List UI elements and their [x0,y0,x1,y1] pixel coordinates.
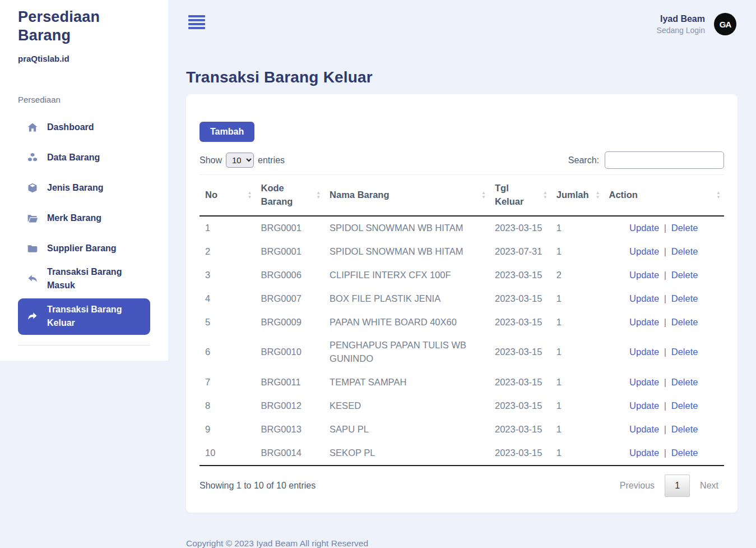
update-link[interactable]: Update [629,448,659,458]
cell-nama-barang: CLIPFILE INTERX CFX 100F [324,264,489,287]
cell-jumlah: 1 [551,371,604,394]
transactions-table: No Kode Barang Nama Barang Tgl Keluar Ju… [200,174,724,466]
update-link[interactable]: Update [629,317,659,327]
cell-tgl-keluar: 2023-03-15 [489,441,551,466]
search-input[interactable] [605,151,724,169]
update-link[interactable]: Update [629,223,659,233]
delete-link[interactable]: Delete [671,448,698,458]
delete-link[interactable]: Delete [671,270,698,280]
entries-label: entries [258,155,285,165]
folder-open-icon [27,213,38,224]
cell-no: 9 [200,418,255,441]
sidebar-item-supplier-barang[interactable]: Supplier Barang [18,233,150,264]
column-header-no[interactable]: No [200,175,255,216]
column-header-jumlah[interactable]: Jumlah [551,175,604,216]
column-header-action[interactable]: Action [604,175,724,216]
cell-tgl-keluar: 2023-03-15 [489,418,551,441]
update-link[interactable]: Update [629,293,659,303]
delete-link[interactable]: Delete [671,347,698,357]
update-link[interactable]: Update [629,400,659,411]
delete-link[interactable]: Delete [671,223,698,233]
cell-nama-barang: SPIDOL SNOWMAN WB HITAM [324,216,489,240]
update-link[interactable]: Update [629,377,659,387]
delete-link[interactable]: Delete [671,377,698,387]
avatar[interactable]: GA [714,13,736,35]
cell-tgl-keluar: 2023-03-15 [489,371,551,394]
cubes-icon [27,152,38,163]
update-link[interactable]: Update [629,424,659,434]
tambah-button[interactable]: Tambah [200,122,254,142]
sidebar-item-label: Supplier Barang [47,242,122,255]
column-header-tgl-keluar[interactable]: Tgl Keluar [489,175,551,216]
table-row: 4 BRG0007 BOX FILE PLASTIK JENIA 2023-03… [200,287,724,311]
cell-kode-barang: BRG0006 [255,264,324,287]
cell-no: 6 [200,334,255,371]
update-link[interactable]: Update [629,270,659,280]
update-link[interactable]: Update [629,347,659,357]
cell-action: Update | Delete [604,240,724,264]
sort-icon [481,191,486,200]
sidebar-item-dashboard[interactable]: Dashboard [18,112,150,142]
cell-tgl-keluar: 2023-03-15 [489,334,551,371]
search-label: Search: [568,155,599,165]
column-header-nama-barang[interactable]: Nama Barang [324,175,489,216]
cell-action: Update | Delete [604,216,724,240]
table-row: 2 BRG0001 SPIDOL SNOWMAN WB HITAM 2023-0… [200,240,724,264]
sidebar-item-label: Data Barang [47,151,105,164]
copyright-text: Copyright © 2023 Iyad Beam All right Res… [186,538,738,548]
share-arrow-icon [27,311,38,322]
brand: Persediaan Barang praQtislab.id [0,8,168,63]
sort-icon [543,191,548,200]
current-page-button[interactable]: 1 [665,475,690,497]
cell-kode-barang: BRG0007 [255,287,324,311]
table-controls: Show 10 entries Search: [200,151,724,169]
sidebar-item-transaksi-barang-keluar[interactable]: Transaksi Barang Keluar [18,298,150,335]
delete-link[interactable]: Delete [671,293,698,303]
delete-link[interactable]: Delete [671,400,698,411]
user-block[interactable]: Iyad Beam Sedang Login GA [657,13,736,35]
sidebar-item-label: Jenis Barang [47,181,109,195]
page-length-select[interactable]: 10 [226,153,254,168]
sidebar-item-merk-barang[interactable]: Merk Barang [18,203,150,233]
cell-nama-barang: PAPAN WHITE BOARD 40X60 [324,311,489,334]
pagination: Previous 1 Next [614,475,724,497]
home-icon [27,122,38,133]
previous-page-button[interactable]: Previous [614,476,660,495]
cell-no: 7 [200,371,255,394]
table-row: 3 BRG0006 CLIPFILE INTERX CFX 100F 2023-… [200,264,724,287]
brand-subtitle: praQtislab.id [18,54,150,63]
cell-nama-barang: SAPU PL [324,418,489,441]
delete-link[interactable]: Delete [671,424,698,434]
sort-icon [596,191,600,200]
sort-icon [716,191,721,200]
table-header-row: No Kode Barang Nama Barang Tgl Keluar Ju… [200,175,724,216]
sidebar-item-transaksi-barang-masuk[interactable]: Transaksi Barang Masuk [18,264,150,294]
cell-kode-barang: BRG0001 [255,240,324,264]
delete-link[interactable]: Delete [671,246,698,256]
folder-icon [27,243,38,254]
update-link[interactable]: Update [629,246,659,256]
table-row: 6 BRG0010 PENGHAPUS PAPAN TULIS WB GUNIN… [200,334,724,371]
menu-toggle-button[interactable] [188,15,205,31]
cell-nama-barang: SPIDOL SNOWMAN WB HITAM [324,240,489,264]
cell-kode-barang: BRG0012 [255,394,324,418]
cell-kode-barang: BRG0010 [255,334,324,371]
sidebar-item-data-barang[interactable]: Data Barang [18,142,150,173]
sidebar-item-jenis-barang[interactable]: Jenis Barang [18,173,150,203]
delete-link[interactable]: Delete [671,317,698,327]
user-name: Iyad Beam [657,14,705,24]
topbar: Iyad Beam Sedang Login GA [168,0,756,52]
cell-nama-barang: PENGHAPUS PAPAN TULIS WB GUNINDO [324,334,489,371]
sidebar-section-label: Persediaan [18,95,150,104]
cell-tgl-keluar: 2023-03-15 [489,264,551,287]
table-row: 8 BRG0012 KESED 2023-03-15 1 Update | De… [200,394,724,418]
table-card: Tambah Show 10 entries Search: No [186,94,738,513]
column-header-kode-barang[interactable]: Kode Barang [255,175,324,216]
cell-no: 5 [200,311,255,334]
cell-jumlah: 1 [551,418,604,441]
cell-action: Update | Delete [604,311,724,334]
cell-no: 8 [200,394,255,418]
table-row: 7 BRG0011 TEMPAT SAMPAH 2023-03-15 1 Upd… [200,371,724,394]
next-page-button[interactable]: Next [694,476,724,495]
cell-tgl-keluar: 2023-03-15 [489,311,551,334]
